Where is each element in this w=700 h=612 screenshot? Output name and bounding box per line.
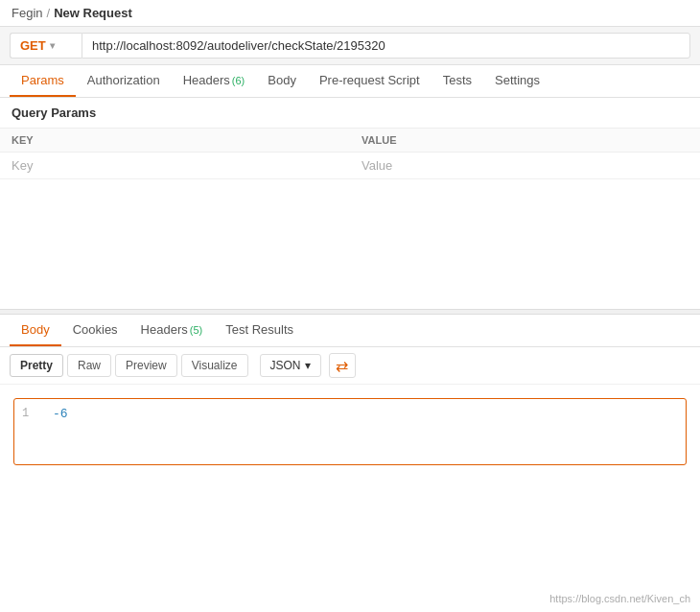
wrap-btn[interactable]: ⇄ (329, 353, 356, 378)
params-empty-row: Key Value (0, 153, 700, 179)
response-tab-bar: Body Cookies Headers(5) Test Results (0, 315, 700, 347)
params-key-placeholder[interactable]: Key (0, 153, 350, 179)
params-value-placeholder[interactable]: Value (350, 153, 700, 179)
format-raw-btn[interactable]: Raw (67, 354, 111, 377)
line-value-1: -6 (53, 407, 68, 421)
col-header-key: KEY (0, 129, 350, 153)
format-preview-btn[interactable]: Preview (115, 354, 177, 377)
json-format-label: JSON (270, 359, 301, 372)
breadcrumb-separator: / (47, 6, 51, 20)
url-input[interactable] (82, 33, 690, 59)
tab-headers[interactable]: Headers(6) (172, 65, 257, 97)
response-body: 1 -6 (0, 385, 700, 479)
format-bar: Pretty Raw Preview Visualize JSON ▾ ⇄ (0, 347, 700, 385)
params-table: KEY VALUE Key Value (0, 128, 700, 179)
code-line-1: 1 -6 (22, 407, 678, 421)
method-label: GET (20, 38, 46, 53)
breadcrumb: Fegin / New Request (0, 0, 700, 27)
tab-body[interactable]: Body (256, 65, 308, 97)
response-tab-headers[interactable]: Headers(5) (129, 315, 215, 346)
tab-authorization[interactable]: Authorization (76, 65, 172, 97)
response-tab-cookies[interactable]: Cookies (61, 315, 129, 346)
watermark: https://blog.csdn.net/Kiven_ch (549, 593, 690, 604)
response-tab-test-results[interactable]: Test Results (214, 315, 305, 346)
response-code-area: 1 -6 (13, 398, 687, 465)
tab-tests[interactable]: Tests (432, 65, 483, 97)
url-bar: GET ▾ (0, 27, 700, 65)
chevron-down-icon: ▾ (305, 359, 311, 372)
request-tab-bar: Params Authorization Headers(6) Body Pre… (0, 65, 700, 98)
chevron-down-icon: ▾ (50, 40, 55, 51)
tab-params[interactable]: Params (10, 65, 76, 97)
tab-settings[interactable]: Settings (483, 65, 551, 97)
request-area: Query Params KEY VALUE Key Value (0, 98, 700, 309)
line-number-1: 1 (22, 407, 37, 420)
breadcrumb-current: New Request (54, 6, 132, 20)
col-header-value: VALUE (350, 129, 700, 153)
format-pretty-btn[interactable]: Pretty (10, 354, 63, 377)
format-visualize-btn[interactable]: Visualize (181, 354, 248, 377)
wrap-icon: ⇄ (336, 357, 348, 375)
query-params-title: Query Params (0, 98, 700, 128)
json-format-select[interactable]: JSON ▾ (260, 354, 321, 377)
response-tab-body[interactable]: Body (10, 315, 61, 346)
breadcrumb-parent[interactable]: Fegin (12, 6, 43, 20)
tab-prerequest[interactable]: Pre-request Script (308, 65, 432, 97)
method-select[interactable]: GET ▾ (10, 33, 82, 59)
